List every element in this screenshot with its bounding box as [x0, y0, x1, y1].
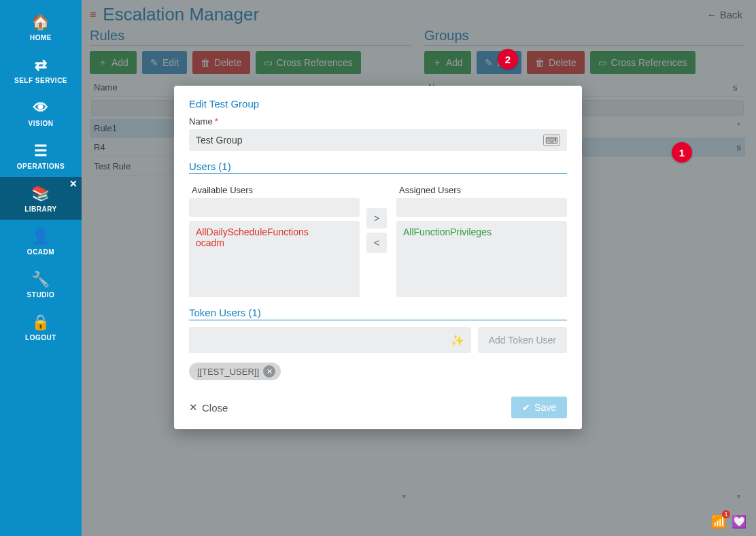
sidebar-item-label: VISION — [0, 120, 82, 127]
available-users-list[interactable]: AllDailyScheduleFunctions ocadm — [189, 221, 360, 297]
edit-group-modal: Edit Test Group Name * ⌨ Users (1) Avail… — [174, 86, 582, 429]
close-icon: ✕ — [189, 401, 198, 414]
footer-notifications: 📶1 💟 — [711, 514, 746, 529]
sidebar-item-self-service[interactable]: ⇄ SELF SERVICE — [0, 48, 82, 91]
list-item[interactable]: AllDailyScheduleFunctions — [196, 227, 353, 237]
list-item[interactable]: AllFunctionPrivileges — [403, 227, 560, 237]
check-icon: ✔ — [522, 402, 530, 413]
move-right-button[interactable]: > — [366, 208, 387, 229]
button-label: Save — [534, 402, 556, 413]
contact-icon[interactable]: ⌨ — [543, 135, 560, 146]
sidebar-item-vision[interactable]: 👁 VISION — [0, 91, 82, 134]
sidebar-item-logout[interactable]: 🔒 LOGOUT — [0, 305, 82, 348]
rss-badge: 1 — [722, 510, 730, 518]
rss-icon[interactable]: 📶1 — [711, 514, 726, 529]
assigned-users-list[interactable]: AllFunctionPrivileges — [396, 221, 567, 297]
transfer-buttons: > < — [366, 208, 390, 297]
required-asterisk: * — [215, 116, 218, 127]
wrench-icon: 🔧 — [0, 271, 82, 288]
group-name-input[interactable] — [189, 129, 567, 151]
token-chip: [[TEST_USER]] ✕ — [189, 363, 281, 380]
lock-icon: 🔒 — [0, 314, 82, 331]
token-section-title: Token Users (1) — [189, 307, 567, 320]
button-label: Close — [202, 402, 228, 414]
sidebar-item-label: OCADM — [0, 248, 82, 256]
save-button[interactable]: ✔ Save — [511, 397, 567, 418]
swap-icon: ⇄ — [0, 56, 82, 74]
modal-title: Edit Test Group — [189, 98, 567, 110]
sidebar-item-label: OPERATIONS — [0, 163, 82, 170]
close-button[interactable]: ✕ Close — [189, 401, 228, 414]
add-token-user-button[interactable]: Add Token User — [478, 327, 567, 353]
sidebar-item-label: SELF SERVICE — [0, 77, 82, 84]
sidebar-item-operations[interactable]: ☰ OPERATIONS — [0, 134, 82, 177]
name-label: Name * — [189, 116, 567, 127]
sidebar-item-label: LOGOUT — [0, 334, 82, 341]
sidebar-item-ocadm[interactable]: 👤 OCADM — [0, 220, 82, 263]
eye-icon: 👁 — [0, 99, 82, 117]
available-search-input[interactable] — [189, 198, 360, 217]
chip-label: [[TEST_USER]] — [197, 367, 259, 377]
remove-chip-icon[interactable]: ✕ — [263, 365, 275, 378]
list-icon: ☰ — [0, 142, 82, 160]
sidebar-item-label: STUDIO — [0, 291, 82, 299]
assigned-users-column: Assigned Users AllFunctionPrivileges — [396, 181, 567, 297]
sidebar-item-library[interactable]: ✕ 📚 LIBRARY — [0, 177, 82, 220]
move-left-button[interactable]: < — [366, 233, 387, 253]
list-item[interactable]: ocadm — [196, 237, 353, 248]
annotation-badge-1: 1 — [672, 142, 692, 163]
close-icon[interactable]: ✕ — [69, 178, 78, 189]
sidebar-item-home[interactable]: 🏠 HOME — [0, 5, 82, 48]
token-input[interactable] — [189, 327, 471, 353]
sidebar-item-label: LIBRARY — [0, 205, 82, 213]
assigned-search-input[interactable] — [396, 198, 567, 217]
heartbeat-icon[interactable]: 💟 — [732, 514, 746, 529]
users-section-title: Users (1) — [189, 161, 567, 174]
annotation-badge-2: 2 — [498, 49, 518, 69]
sidebar-item-studio[interactable]: 🔧 STUDIO — [0, 263, 82, 305]
sidebar: 🏠 HOME ⇄ SELF SERVICE 👁 VISION ☰ OPERATI… — [0, 0, 82, 536]
assigned-label: Assigned Users — [399, 185, 567, 195]
user-icon: 👤 — [0, 228, 82, 246]
sidebar-item-label: HOME — [0, 34, 82, 41]
wand-icon[interactable]: ✨ — [451, 334, 464, 347]
available-label: Available Users — [192, 185, 360, 195]
label-text: Name — [189, 116, 213, 127]
home-icon: 🏠 — [0, 14, 82, 31]
available-users-column: Available Users AllDailyScheduleFunction… — [189, 181, 360, 297]
